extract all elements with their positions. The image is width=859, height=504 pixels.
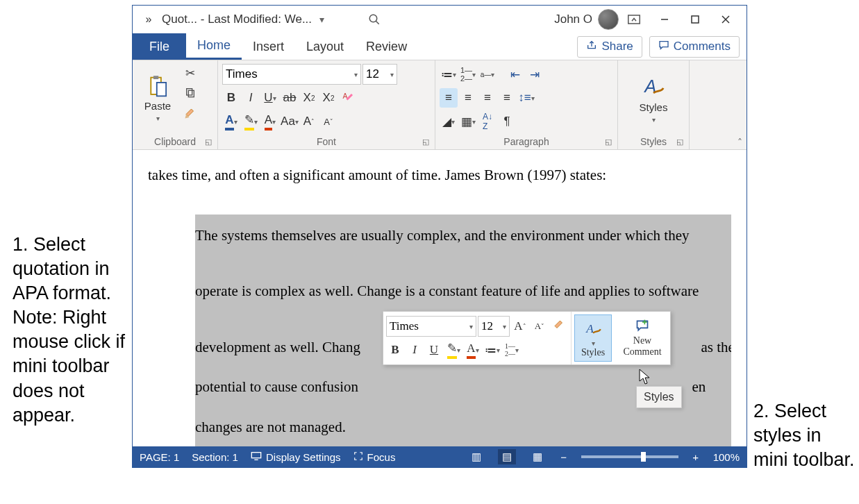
- font-launcher-icon[interactable]: ◱: [422, 137, 429, 146]
- align-center-button[interactable]: ≡: [459, 88, 477, 108]
- selection-line-3b: as the: [701, 339, 731, 355]
- status-section[interactable]: Section: 1: [192, 451, 238, 463]
- view-read-mode-button[interactable]: ▥: [467, 449, 485, 464]
- view-print-layout-button[interactable]: ▤: [498, 449, 516, 464]
- mini-numbering-button[interactable]: 1—2—▾: [503, 339, 521, 360]
- bullets-button[interactable]: ≔▾: [440, 65, 458, 84]
- svg-rect-2: [628, 15, 640, 24]
- align-right-button[interactable]: ≡: [478, 88, 497, 108]
- mini-bullets-button[interactable]: ≔▾: [483, 339, 501, 360]
- increase-indent-button[interactable]: ⇥: [526, 65, 544, 84]
- underline-button[interactable]: U ▾: [261, 88, 279, 108]
- shading-button[interactable]: ◢▾: [440, 112, 458, 131]
- mini-styles-button[interactable]: A ▾ Styles: [574, 314, 612, 362]
- numbering-icon: 1—2—: [460, 66, 472, 83]
- document-area[interactable]: takes time, and often a significant amou…: [133, 150, 747, 446]
- numbering-button[interactable]: 1—2—▾: [459, 65, 477, 84]
- selection-line-2: operate is complex as well. Change is a …: [195, 271, 731, 312]
- tab-layout[interactable]: Layout: [295, 33, 355, 60]
- tab-review[interactable]: Review: [355, 33, 418, 60]
- text-effects-button[interactable]: A ▾: [222, 112, 240, 131]
- strikethrough-button[interactable]: ab: [281, 88, 299, 108]
- view-web-layout-button[interactable]: ▦: [528, 449, 547, 464]
- pilcrow-icon: ¶: [503, 115, 510, 128]
- shrink-font-button[interactable]: A˅: [319, 112, 337, 131]
- bullets-icon: ≔: [441, 67, 453, 82]
- justify-button[interactable]: ≡: [498, 88, 516, 108]
- title-dropdown[interactable]: ▾: [315, 14, 328, 25]
- mini-font-size-selector[interactable]: 12▾: [478, 316, 510, 337]
- mini-italic-button[interactable]: I: [406, 339, 424, 360]
- styles-btn-label: Styles: [640, 101, 668, 113]
- italic-button[interactable]: I: [242, 88, 260, 108]
- line-spacing-button[interactable]: ↕≡▾: [517, 88, 535, 108]
- styles-gallery-button[interactable]: A Styles ▾: [633, 63, 674, 134]
- status-display-settings[interactable]: Display Settings: [251, 451, 341, 463]
- font-size-selector[interactable]: 12▾: [362, 64, 397, 85]
- status-focus[interactable]: Focus: [353, 451, 396, 463]
- status-page[interactable]: PAGE: 1: [140, 451, 179, 463]
- clear-formatting-button[interactable]: A: [339, 88, 357, 108]
- selection-line-1: The systems themselves are usually compl…: [195, 216, 731, 256]
- mini-font-color-button[interactable]: A▾: [464, 339, 482, 360]
- outdent-icon: ⇤: [510, 67, 520, 82]
- user-account[interactable]: John O: [554, 9, 619, 30]
- clipboard-launcher-icon[interactable]: ◱: [205, 137, 212, 146]
- mini-highlight-button[interactable]: ✎▾: [444, 339, 462, 360]
- comments-button[interactable]: Comments: [649, 36, 740, 58]
- tab-insert[interactable]: Insert: [242, 33, 295, 60]
- comment-icon: [658, 40, 669, 54]
- selection-line-3a: development as well. Chang: [195, 339, 360, 355]
- subscript-button[interactable]: X2: [300, 88, 318, 108]
- decrease-indent-button[interactable]: ⇤: [506, 65, 524, 84]
- copy-button[interactable]: [181, 84, 199, 103]
- ribbon-display-options-icon[interactable]: [622, 7, 647, 32]
- align-left-button[interactable]: ≡: [440, 88, 458, 108]
- svg-rect-12: [188, 90, 194, 96]
- user-name-label: John O: [554, 12, 592, 26]
- multilevel-list-button[interactable]: a—▾: [478, 65, 497, 84]
- superscript-button[interactable]: X2: [319, 88, 337, 108]
- mini-font-name-selector[interactable]: Times▾: [386, 316, 476, 337]
- mini-new-comment-button[interactable]: New Comment: [615, 312, 670, 364]
- highlight-button[interactable]: ✎ ▾: [242, 112, 260, 131]
- zoom-in-button[interactable]: +: [691, 451, 701, 463]
- borders-button[interactable]: ▦▾: [459, 112, 477, 131]
- mini-shrink-font-button[interactable]: A˅: [531, 316, 549, 337]
- group-clipboard: Paste ▾ ✂ Clipboard ◱: [133, 60, 218, 149]
- tab-home[interactable]: Home: [186, 33, 242, 60]
- change-case-button[interactable]: Aa▾: [281, 112, 299, 131]
- font-color-button[interactable]: A ▾: [261, 112, 279, 131]
- format-painter-button[interactable]: [181, 105, 199, 124]
- paragraph-launcher-icon[interactable]: ◱: [605, 137, 612, 146]
- share-button[interactable]: Share: [577, 36, 642, 58]
- font-name-selector[interactable]: Times▾: [222, 64, 361, 85]
- paste-button[interactable]: Paste ▾: [137, 63, 178, 134]
- close-button[interactable]: [710, 7, 741, 32]
- zoom-slider[interactable]: [581, 455, 678, 458]
- mini-font-name-value: Times: [390, 319, 419, 333]
- grow-font-button[interactable]: A˄: [300, 112, 318, 131]
- cut-button[interactable]: ✂: [181, 63, 199, 83]
- font-group-label: Font: [317, 136, 336, 147]
- status-bar: PAGE: 1 Section: 1 Display Settings Focu…: [133, 446, 747, 467]
- minimize-button[interactable]: [649, 7, 680, 32]
- zoom-out-button[interactable]: −: [559, 451, 569, 463]
- mini-underline-button[interactable]: U: [425, 339, 443, 360]
- bold-button[interactable]: B: [222, 88, 240, 108]
- tab-file[interactable]: File: [133, 33, 186, 60]
- qat-overflow-button[interactable]: »: [138, 13, 159, 26]
- zoom-level[interactable]: 100%: [713, 451, 740, 463]
- mini-grow-font-button[interactable]: A˄: [511, 316, 529, 337]
- page-icon: ▤: [502, 451, 512, 463]
- collapse-ribbon-button[interactable]: ˄: [737, 137, 742, 148]
- maximize-button[interactable]: [680, 7, 710, 32]
- show-marks-button[interactable]: ¶: [498, 112, 516, 131]
- zoom-thumb[interactable]: [641, 452, 646, 462]
- mini-bold-button[interactable]: B: [386, 339, 404, 360]
- sort-button[interactable]: A↓Z: [478, 112, 497, 131]
- styles-launcher-icon[interactable]: ◱: [676, 137, 683, 146]
- mini-format-painter-button[interactable]: [550, 316, 568, 337]
- search-icon[interactable]: [362, 7, 387, 32]
- mini-font-size-value: 12: [481, 319, 493, 333]
